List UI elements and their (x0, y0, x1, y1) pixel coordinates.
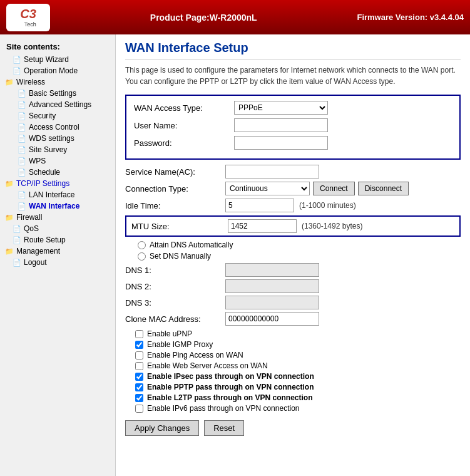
sidebar-item-schedule[interactable]: Schedule (0, 167, 115, 178)
l2tp-vpn-label: Enable L2TP pass through on VPN connecti… (147, 393, 312, 402)
idle-time-input[interactable]: 5 (225, 199, 294, 212)
username-input[interactable] (234, 118, 328, 132)
ipv6-vpn-checkbox[interactable] (135, 405, 143, 413)
password-input[interactable] (234, 136, 328, 150)
file-icon (18, 134, 26, 143)
wan-access-type-select[interactable]: PPPoE DHCP Static IP PPTP L2TP (234, 101, 328, 115)
dns2-input[interactable] (225, 279, 319, 293)
header: C3 Tech Product Page:W-R2000nL Firmware … (0, 0, 470, 34)
sidebar-item-access-control[interactable]: Access Control (0, 122, 115, 133)
sidebar-label: LAN Interface (29, 190, 74, 199)
sidebar-item-wan-interface[interactable]: WAN Interface (0, 200, 115, 212)
attain-dns-radio[interactable] (138, 241, 146, 249)
clone-mac-input[interactable]: 000000000000 (225, 312, 319, 326)
checkbox-igmp-row: Enable IGMP Proxy (125, 340, 461, 349)
mtu-size-hint: (1360-1492 bytes) (302, 222, 362, 230)
mtu-size-input[interactable]: 1452 (228, 219, 297, 233)
username-label: User Name: (134, 121, 234, 130)
sidebar-item-security[interactable]: Security (0, 110, 115, 122)
sidebar-item-wds-settings[interactable]: WDS settings (0, 133, 115, 144)
dns1-label: DNS 1: (125, 266, 225, 275)
clone-mac-row: Clone MAC Address: 000000000000 (125, 312, 461, 326)
checkbox-ping-row: Enable Ping Access on WAN (125, 351, 461, 360)
file-icon (18, 145, 26, 154)
sidebar-title: Site contents: (0, 39, 115, 54)
sidebar-item-basic-settings[interactable]: Basic Settings (0, 88, 115, 99)
reset-button[interactable]: Reset (204, 420, 244, 436)
file-icon (13, 55, 21, 64)
checkbox-ipsec-row: Enable IPsec pass through on VPN connect… (125, 372, 461, 381)
idle-time-label: Idle Time: (125, 201, 225, 210)
sidebar-label: QoS (24, 224, 39, 233)
sidebar-label: Basic Settings (29, 89, 76, 98)
webserver-label: Enable Web Server Access on WAN (147, 361, 268, 370)
sidebar-label: Advanced Settings (29, 100, 91, 109)
igmp-checkbox[interactable] (135, 341, 143, 349)
file-icon (13, 66, 21, 75)
sidebar-item-management[interactable]: Management (0, 246, 115, 257)
sidebar-label: WDS settings (29, 134, 74, 143)
upnp-checkbox[interactable] (135, 330, 143, 338)
sidebar-label: Access Control (29, 123, 79, 132)
sidebar-item-setup-wizard[interactable]: Setup Wizard (0, 54, 115, 65)
connection-type-select[interactable]: Continuous Connect on Demand Manual (225, 182, 310, 195)
checkbox-ipv6-row: Enable IPv6 pass through on VPN connecti… (125, 404, 461, 413)
idle-time-row: Idle Time: 5 (1-1000 minutes) (125, 199, 461, 212)
sidebar-item-logout[interactable]: Logout (0, 257, 115, 268)
sidebar-label: Schedule (29, 168, 60, 177)
set-dns-radio[interactable] (138, 252, 146, 261)
l2tp-vpn-checkbox[interactable] (135, 394, 143, 402)
service-name-label: Service Name(AC): (125, 167, 225, 177)
bottom-buttons: Apply Changes Reset (125, 420, 461, 436)
file-icon (18, 123, 26, 132)
idle-time-hint: (1-1000 minutes) (299, 201, 356, 210)
sidebar-item-qos[interactable]: QoS (0, 223, 115, 234)
sidebar-item-wireless[interactable]: Wireless (0, 76, 115, 88)
file-icon (18, 89, 26, 98)
wan-access-form-box: WAN Access Type: PPPoE DHCP Static IP PP… (125, 95, 461, 160)
sidebar-label: Site Survey (29, 145, 67, 154)
webserver-checkbox[interactable] (135, 362, 143, 370)
ping-checkbox[interactable] (135, 351, 143, 360)
file-icon (13, 258, 21, 267)
ping-label: Enable Ping Access on WAN (147, 351, 243, 360)
sidebar-label: Route Setup (24, 235, 66, 244)
dns2-label: DNS 2: (125, 282, 225, 291)
ipv6-vpn-label: Enable IPv6 pass through on VPN connecti… (147, 404, 300, 413)
file-icon (18, 168, 26, 177)
file-icon (13, 235, 21, 244)
ipsec-label: Enable IPsec pass through on VPN connect… (147, 372, 314, 381)
sidebar-item-lan-interface[interactable]: LAN Interface (0, 189, 115, 200)
dns3-input[interactable] (225, 296, 319, 309)
file-icon (18, 100, 26, 109)
ipsec-checkbox[interactable] (135, 373, 143, 381)
file-icon (18, 190, 26, 199)
igmp-label: Enable IGMP Proxy (147, 340, 213, 349)
disconnect-button[interactable]: Disconnect (358, 182, 409, 195)
connection-type-label: Connection Type: (125, 184, 225, 194)
service-name-input[interactable] (225, 165, 319, 178)
dns3-label: DNS 3: (125, 298, 225, 308)
sidebar-item-wps[interactable]: WPS (0, 155, 115, 167)
sidebar-label: Wireless (16, 78, 45, 86)
pptp-vpn-checkbox[interactable] (135, 383, 143, 391)
sidebar-item-operation-mode[interactable]: Operation Mode (0, 65, 115, 76)
connect-button[interactable]: Connect (313, 182, 355, 195)
sidebar-item-tcpip[interactable]: TCP/IP Settings (0, 178, 115, 189)
upnp-label: Enable uPNP (147, 329, 192, 338)
sidebar-item-firewall[interactable]: Firewall (0, 212, 115, 223)
sidebar-label: Operation Mode (24, 66, 78, 75)
dns1-input[interactable] (225, 263, 319, 277)
sidebar-item-advanced-settings[interactable]: Advanced Settings (0, 99, 115, 110)
attain-dns-row: Attain DNS Automatically (125, 241, 461, 249)
apply-changes-button[interactable]: Apply Changes (125, 420, 199, 436)
folder-icon (5, 179, 14, 188)
service-name-row: Service Name(AC): (125, 165, 461, 178)
checkbox-upnp-row: Enable uPNP (125, 329, 461, 338)
sidebar-item-route-setup[interactable]: Route Setup (0, 234, 115, 246)
sidebar-item-site-survey[interactable]: Site Survey (0, 144, 115, 155)
file-icon (13, 224, 21, 233)
folder-icon (5, 213, 14, 222)
dns2-row: DNS 2: (125, 279, 461, 293)
checkbox-pptp-row: Enable PPTP pass through on VPN connecti… (125, 383, 461, 391)
